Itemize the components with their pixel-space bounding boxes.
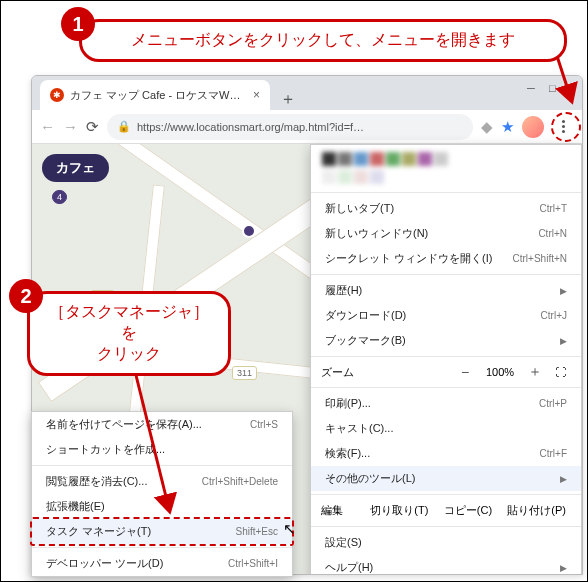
submenu-task-manager[interactable]: タスク マネージャ(T)Shift+Esc xyxy=(32,519,292,544)
callout-2: ［タスクマネージャ］を クリック xyxy=(27,291,231,376)
cafe-pill[interactable]: カフェ xyxy=(42,154,109,182)
menu-button[interactable] xyxy=(552,116,574,137)
submenu-dev-tools[interactable]: デベロッパー ツール(D)Ctrl+Shift+I xyxy=(32,551,292,576)
road-badge: 311 xyxy=(232,366,257,380)
callout-1-badge: 1 xyxy=(61,7,95,41)
zoom-in-button[interactable]: ＋ xyxy=(521,363,549,381)
tab-close-button[interactable]: × xyxy=(253,88,260,102)
callout-2-badge: 2 xyxy=(9,279,43,313)
window-maximize-button[interactable]: □ xyxy=(549,82,556,94)
new-tab-button[interactable]: ＋ xyxy=(270,89,306,110)
menu-paste[interactable]: 貼り付け(P) xyxy=(502,503,571,518)
profile-avatar[interactable] xyxy=(522,116,544,138)
menu-help[interactable]: ヘルプ(H)▶ xyxy=(311,555,581,575)
extension-icon[interactable]: ◆ xyxy=(481,118,493,136)
address-bar[interactable]: 🔒 https://www.locationsmart.org/map.html… xyxy=(107,114,473,140)
menu-print[interactable]: 印刷(P)...Ctrl+P xyxy=(311,391,581,416)
menu-zoom: ズーム − 100% ＋ ⛶ xyxy=(311,360,581,384)
bookmark-star-button[interactable]: ★ xyxy=(501,118,514,136)
menu-history[interactable]: 履歴(H)▶ xyxy=(311,278,581,303)
more-tools-submenu: 名前を付けてページを保存(A)...Ctrl+S ショートカットを作成... 閲… xyxy=(31,411,293,577)
chrome-menu: 新しいタブ(T)Ctrl+T 新しいウィンドウ(N)Ctrl+N シークレット … xyxy=(310,144,582,575)
address-url: https://www.locationsmart.org/map.html?i… xyxy=(137,121,364,133)
menu-copy[interactable]: コピー(C) xyxy=(434,503,503,518)
menu-downloads[interactable]: ダウンロード(D)Ctrl+J xyxy=(311,303,581,328)
menu-more-tools[interactable]: その他のツール(L)▶ xyxy=(311,466,581,491)
forward-button[interactable]: → xyxy=(63,118,78,135)
submenu-create-shortcut[interactable]: ショートカットを作成... xyxy=(32,437,292,462)
tab-title: カフェ マップ Cafe - ロケスマWEB 店 xyxy=(70,88,247,103)
fullscreen-button[interactable]: ⛶ xyxy=(549,366,571,378)
lock-icon: 🔒 xyxy=(117,120,131,133)
titlebar: ✱ カフェ マップ Cafe - ロケスマWEB 店 × ＋ ─ □ × xyxy=(32,76,582,110)
mouse-cursor-icon: ↖ xyxy=(283,520,296,538)
callout-1: メニューボタンをクリックして、メニューを開きます xyxy=(79,19,567,62)
menu-bookmarks[interactable]: ブックマーク(B)▶ xyxy=(311,328,581,353)
map-marker[interactable] xyxy=(242,224,256,238)
task-manager-highlight xyxy=(30,517,294,546)
submenu-clear-history[interactable]: 閲覧履歴を消去(C)...Ctrl+Shift+Delete xyxy=(32,469,292,494)
window-close-button[interactable]: × xyxy=(570,82,576,94)
zoom-out-button[interactable]: − xyxy=(451,364,479,380)
back-button[interactable]: ← xyxy=(40,118,55,135)
road-badge: 4 xyxy=(52,190,67,204)
submenu-extensions[interactable]: 拡張機能(E) xyxy=(32,494,292,519)
menu-color-swatches xyxy=(311,145,581,189)
menu-find[interactable]: 検索(F)...Ctrl+F xyxy=(311,441,581,466)
menu-cast[interactable]: キャスト(C)... xyxy=(311,416,581,441)
browser-tab[interactable]: ✱ カフェ マップ Cafe - ロケスマWEB 店 × xyxy=(40,80,270,110)
zoom-value: 100% xyxy=(479,366,521,378)
menu-settings[interactable]: 設定(S) xyxy=(311,530,581,555)
menu-incognito[interactable]: シークレット ウィンドウを開く(I)Ctrl+Shift+N xyxy=(311,246,581,271)
tab-favicon-icon: ✱ xyxy=(50,88,64,102)
reload-button[interactable]: ⟳ xyxy=(86,118,99,136)
menu-new-window[interactable]: 新しいウィンドウ(N)Ctrl+N xyxy=(311,221,581,246)
toolbar: ← → ⟳ 🔒 https://www.locationsmart.org/ma… xyxy=(32,110,582,144)
menu-new-tab[interactable]: 新しいタブ(T)Ctrl+T xyxy=(311,196,581,221)
submenu-save-page[interactable]: 名前を付けてページを保存(A)...Ctrl+S xyxy=(32,412,292,437)
menu-cut[interactable]: 切り取り(T) xyxy=(365,503,434,518)
window-minimize-button[interactable]: ─ xyxy=(527,82,535,94)
menu-edit-row: 編集 切り取り(T) コピー(C) 貼り付け(P) xyxy=(311,498,581,523)
